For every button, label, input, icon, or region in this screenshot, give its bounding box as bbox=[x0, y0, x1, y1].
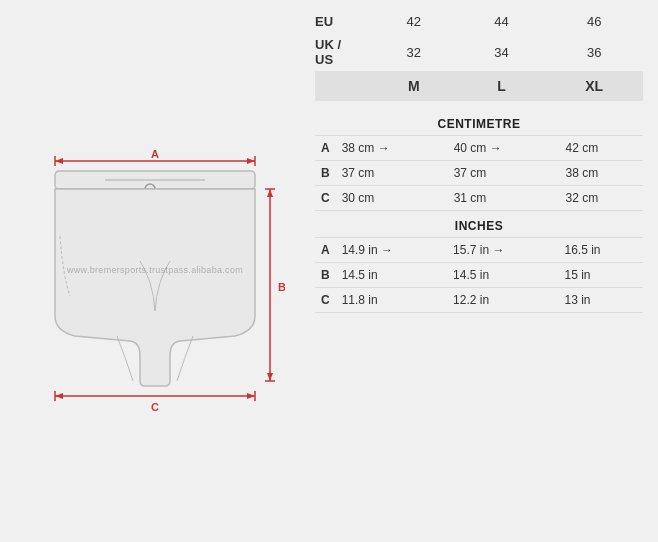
in-c-m: 11.8 in bbox=[336, 288, 447, 313]
cm-row-a: A 38 cm → 40 cm → 42 cm bbox=[315, 136, 643, 161]
shorts-illustration: A B C bbox=[25, 116, 285, 436]
in-row-a: A 14.9 in → 15.7 in → 16.5 in bbox=[315, 238, 643, 263]
svg-marker-23 bbox=[55, 393, 63, 399]
svg-text:B: B bbox=[278, 281, 285, 293]
shorts-container: A B C www.bremersports.trustpass.alibaba… bbox=[25, 116, 285, 436]
in-a-l: 15.7 in → bbox=[447, 238, 558, 263]
in-b-xl: 15 in bbox=[559, 263, 643, 288]
in-b-m: 14.5 in bbox=[336, 263, 447, 288]
ukus-m: 32 bbox=[370, 33, 458, 71]
left-panel: A B C www.bremersports.trustpass.alibaba… bbox=[0, 0, 310, 542]
size-label-empty bbox=[315, 71, 370, 101]
centimetre-title: CENTIMETRE bbox=[315, 117, 643, 131]
cm-c-xl: 32 cm bbox=[560, 186, 643, 211]
in-b-l: 14.5 in bbox=[447, 263, 558, 288]
svg-marker-11 bbox=[55, 158, 63, 164]
size-m: M bbox=[370, 71, 458, 101]
cm-b-m: 37 cm bbox=[336, 161, 448, 186]
cm-row-b: B 37 cm 37 cm 38 cm bbox=[315, 161, 643, 186]
page: A B C www.bremersports.trustpass.alibaba… bbox=[0, 0, 658, 542]
size-xl: XL bbox=[545, 71, 643, 101]
eu-label: EU bbox=[315, 10, 370, 33]
eu-m: 42 bbox=[370, 10, 458, 33]
centimetre-table: A 38 cm → 40 cm → 42 cm B 37 cm 37 cm 38… bbox=[315, 135, 643, 211]
in-a-xl: 16.5 in bbox=[559, 238, 643, 263]
in-b-dim: B bbox=[315, 263, 336, 288]
in-row-b: B 14.5 in 14.5 in 15 in bbox=[315, 263, 643, 288]
size-l: L bbox=[458, 71, 546, 101]
cm-row-c: C 30 cm 31 cm 32 cm bbox=[315, 186, 643, 211]
eu-row: EU 42 44 46 bbox=[315, 10, 643, 33]
ukus-xl: 36 bbox=[545, 33, 643, 71]
in-c-xl: 13 in bbox=[559, 288, 643, 313]
eu-l: 44 bbox=[458, 10, 546, 33]
cm-a-dim: A bbox=[315, 136, 336, 161]
svg-text:A: A bbox=[151, 148, 159, 160]
svg-marker-12 bbox=[247, 158, 255, 164]
eu-xl: 46 bbox=[545, 10, 643, 33]
inches-table: A 14.9 in → 15.7 in → 16.5 in B 14.5 in … bbox=[315, 237, 643, 313]
svg-marker-17 bbox=[267, 189, 273, 197]
in-a-m: 14.9 in → bbox=[336, 238, 447, 263]
cm-c-dim: C bbox=[315, 186, 336, 211]
size-header-table: EU 42 44 46 UK / US 32 34 36 M L XL bbox=[315, 10, 643, 101]
in-row-c: C 11.8 in 12.2 in 13 in bbox=[315, 288, 643, 313]
cm-a-l: 40 cm → bbox=[448, 136, 560, 161]
inches-title: INCHES bbox=[315, 219, 643, 233]
svg-text:C: C bbox=[151, 401, 159, 413]
cm-a-xl: 42 cm bbox=[560, 136, 643, 161]
in-c-dim: C bbox=[315, 288, 336, 313]
cm-b-l: 37 cm bbox=[448, 161, 560, 186]
cm-b-xl: 38 cm bbox=[560, 161, 643, 186]
ukus-l: 34 bbox=[458, 33, 546, 71]
cm-a-m: 38 cm → bbox=[336, 136, 448, 161]
ukus-label: UK / US bbox=[315, 33, 370, 71]
svg-marker-18 bbox=[267, 373, 273, 381]
in-c-l: 12.2 in bbox=[447, 288, 558, 313]
in-a-dim: A bbox=[315, 238, 336, 263]
size-label-row: M L XL bbox=[315, 71, 643, 101]
cm-c-m: 30 cm bbox=[336, 186, 448, 211]
svg-marker-24 bbox=[247, 393, 255, 399]
ukus-row: UK / US 32 34 36 bbox=[315, 33, 643, 71]
cm-c-l: 31 cm bbox=[448, 186, 560, 211]
right-panel: EU 42 44 46 UK / US 32 34 36 M L XL bbox=[310, 0, 658, 542]
cm-b-dim: B bbox=[315, 161, 336, 186]
